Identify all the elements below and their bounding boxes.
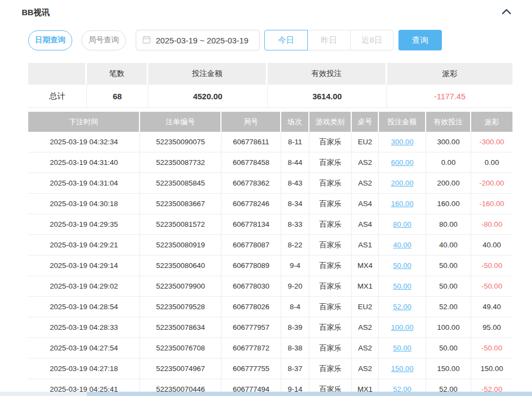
header-session: 场次	[281, 112, 309, 132]
cell-payout: -200.00	[471, 173, 512, 194]
calendar-icon	[142, 35, 151, 46]
table-row: 2025-03-19 04:29:14 522350080640 6067780…	[28, 256, 512, 276]
cell-game-type: 百家乐	[309, 276, 352, 297]
bet-amount-link[interactable]: 200.00	[391, 179, 413, 187]
bet-amount-link[interactable]: 50.00	[393, 261, 411, 270]
cell-round-id: 606778026	[221, 297, 281, 317]
bet-amount-link[interactable]: 100.00	[391, 323, 413, 331]
cell-game-type: 百家乐	[309, 132, 352, 152]
cell-table-no: EU2	[352, 132, 379, 152]
cell-bet-amount: 150.00	[379, 359, 426, 379]
bet-amount-link[interactable]: 300.00	[391, 138, 413, 146]
header-valid-bet: 有效投注	[426, 112, 471, 132]
cell-session: 9-4	[281, 256, 309, 276]
tab-round-query[interactable]: 局号查询	[81, 30, 126, 50]
cell-bet-amount: 100.00	[379, 317, 426, 338]
cell-game-type: 百家乐	[309, 173, 352, 194]
cell-session: 8-34	[281, 194, 309, 214]
cell-order-id: 522350079900	[140, 276, 221, 297]
cell-game-type: 百家乐	[309, 235, 352, 256]
cell-valid-bet: 80.00	[426, 214, 471, 235]
cell-table-no: AS2	[352, 338, 379, 359]
cell-valid-bet: 50.00	[426, 276, 471, 297]
cell-payout: -80.00	[471, 214, 512, 235]
bet-amount-link[interactable]: 160.00	[391, 200, 413, 208]
cell-session: 8-11	[281, 132, 309, 152]
collapse-button[interactable]	[499, 7, 514, 18]
cell-bet-time: 2025-03-19 04:31:04	[28, 173, 140, 194]
cell-valid-bet: 40.00	[426, 235, 471, 256]
table-row: 2025-03-19 04:28:33 522350078634 6067779…	[28, 317, 512, 338]
cell-session: 8-22	[281, 235, 309, 256]
cell-bet-amount: 50.00	[379, 276, 426, 297]
cell-game-type: 百家乐	[309, 152, 352, 173]
cell-table-no: AS2	[352, 359, 379, 379]
header-bet-amount: 投注金额	[379, 112, 426, 132]
bet-amount-link[interactable]: 600.00	[391, 158, 413, 167]
cell-bet-time: 2025-03-19 04:29:14	[28, 256, 140, 276]
table-row: 2025-03-19 04:28:54 522350079528 6067780…	[28, 297, 512, 317]
cell-valid-bet: 50.00	[426, 256, 471, 276]
quick-yesterday-button[interactable]: 昨日	[307, 30, 351, 50]
cell-payout: 95.00	[471, 317, 512, 338]
cell-round-id: 606777755	[221, 359, 281, 379]
header-payout: 派彩	[471, 112, 512, 132]
cell-session: 8-43	[281, 173, 309, 194]
cell-valid-bet: 200.00	[426, 173, 471, 194]
cell-game-type: 百家乐	[309, 297, 352, 317]
cell-round-id: 606778611	[221, 132, 281, 152]
cell-bet-amount: 52.00	[379, 297, 426, 317]
cell-bet-amount: 50.00	[379, 256, 426, 276]
cell-bet-amount: 200.00	[379, 173, 426, 194]
cell-table-no: MX1	[352, 276, 379, 297]
bet-amount-link[interactable]: 52.00	[393, 303, 411, 311]
cell-bet-time: 2025-03-19 04:29:02	[28, 276, 140, 297]
cell-bet-amount: 600.00	[379, 152, 426, 173]
cell-session: 8-38	[281, 338, 309, 359]
quick-today-button[interactable]: 今日	[264, 30, 308, 50]
cell-bet-time: 2025-03-19 04:28:33	[28, 317, 140, 338]
cell-order-id: 522350090075	[140, 132, 221, 152]
summary-total-label: 总计	[28, 85, 87, 108]
bet-amount-link[interactable]: 50.00	[393, 344, 411, 352]
bet-amount-link[interactable]: 80.00	[393, 220, 411, 228]
header-table-no: 桌号	[352, 112, 379, 132]
cell-session: 8-39	[281, 317, 309, 338]
cell-bet-time: 2025-03-19 04:29:21	[28, 235, 140, 256]
cell-payout: 49.40	[471, 297, 512, 317]
cell-payout: -50.00	[471, 256, 512, 276]
cell-valid-bet: 100.00	[426, 317, 471, 338]
summary-count-value: 68	[87, 85, 148, 108]
scrollbar-thumb[interactable]	[87, 392, 532, 396]
cell-order-id: 522350080919	[140, 235, 221, 256]
summary-header-count: 笔数	[87, 63, 148, 85]
chevron-up-icon	[502, 9, 511, 17]
search-button[interactable]: 查询	[398, 30, 442, 50]
header-game-type: 游戏类别	[309, 112, 352, 132]
bet-amount-link[interactable]: 40.00	[393, 241, 411, 249]
cell-table-no: AS4	[352, 214, 379, 235]
cell-payout: -300.00	[471, 132, 512, 152]
cell-bet-amount: 160.00	[379, 194, 426, 214]
cell-payout: 150.00	[471, 359, 512, 379]
header-round-id: 局号	[221, 112, 281, 132]
header-order-id: 注单编号	[140, 112, 221, 132]
summary-table: 笔数 投注金额 有效投注 派彩 总计 68 4520.00 3614.00 -1…	[28, 63, 512, 108]
table-row: 2025-03-19 04:29:35 522350081572 6067781…	[28, 214, 512, 235]
header-bet-time: 下注时间	[28, 112, 140, 132]
quick-last8days-button[interactable]: 近8日	[350, 30, 394, 50]
date-range-input[interactable]: 2025-03-19 ~ 2025-03-19	[136, 30, 259, 50]
summary-bet-amount-value: 4520.00	[148, 85, 268, 108]
cell-order-id: 522350087732	[140, 152, 221, 173]
cell-round-id: 606777957	[221, 317, 281, 338]
horizontal-scrollbar[interactable]	[0, 392, 532, 396]
tab-date-query[interactable]: 日期查询	[28, 30, 72, 50]
cell-payout: -50.00	[471, 338, 512, 359]
cell-round-id: 606778089	[221, 256, 281, 276]
cell-bet-amount: 300.00	[379, 132, 426, 152]
cell-round-id: 606777872	[221, 338, 281, 359]
cell-order-id: 522350078634	[140, 317, 221, 338]
cell-valid-bet: 160.00	[426, 194, 471, 214]
bet-amount-link[interactable]: 150.00	[391, 365, 413, 373]
bet-amount-link[interactable]: 50.00	[393, 282, 411, 290]
